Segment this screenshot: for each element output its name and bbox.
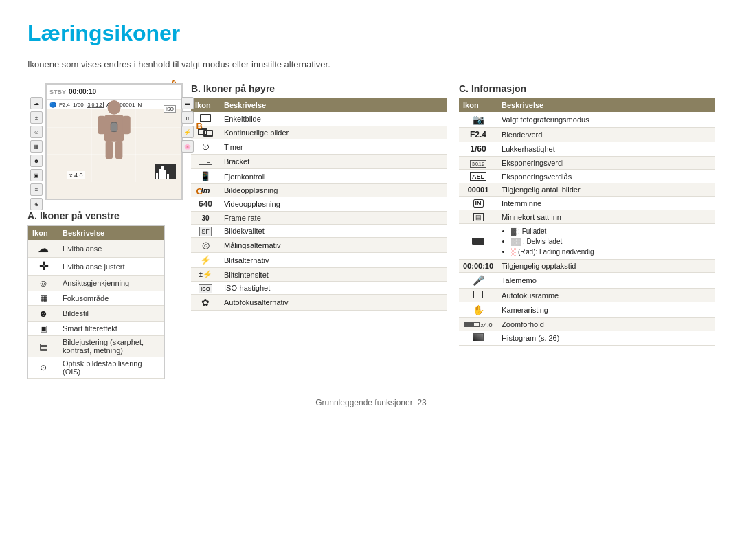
desc-cell: Blenderverdi [497,128,715,142]
timecode-display: 00:00:10 [69,88,96,96]
cam-icon-ois: ⊕ [30,198,43,210]
desc-cell: Talememo [497,273,715,289]
icon-cell [459,289,497,302]
col-desc-b: Beskrivelse [220,98,447,112]
cam-icon-r3: ⚡ [181,126,194,138]
table-row: 1/60 Lukkerhastighet [459,142,715,157]
icon-cell: AEL [459,170,497,183]
cam-n: N [137,102,142,108]
desc-cell: Målingsalternativ [220,238,447,253]
histogram-mini [155,164,176,179]
table-row: IN Internminne [459,197,715,210]
desc-cell: Lukkerhastighet [497,142,715,157]
table-row: ✿ Autofokusalternativ [191,295,447,311]
zoom-track [464,322,480,327]
desc-cell: Smart filtereffekt [58,322,164,335]
icon-cell: ✋ [459,302,497,318]
mic-icon: 🎤 [473,275,484,286]
desc-cell: Bildekvalitet [220,225,447,238]
icon-cell: ☻ [28,306,58,321]
desc-cell: Hvitbalanse justert [58,260,164,273]
battery-full-icon-inline: ▓ [511,227,516,235]
table-row: Histogram (s. 26) [459,331,715,346]
zoom-bar-icon: x4.0 [464,322,493,328]
table-row: ▣ Smart filtereffekt [28,322,164,336]
icon-cell: ☺ [28,276,58,291]
icon-cell: 00001 [459,183,497,197]
cam-icon-r1: ▬ [181,97,194,109]
cam-left-icons: ☁ ± ☺ ▦ ☻ ▣ ≡ ⊕ [30,97,43,210]
table-row: ☁ Hvitbalanse [28,240,164,258]
plus-icon: ✛ [39,260,48,273]
desc-cell: Fjernkontroll [220,169,447,184]
person-silhouette [90,100,138,165]
icon-cell: 00:00:10 [459,260,497,273]
cam-icon-style: ☻ [30,155,43,167]
battery-full-icon [472,238,484,245]
bracket-br [207,159,210,163]
desc-cell: Tilgjengelig antall bilder [497,183,715,197]
cam-icon-filter: ▣ [30,169,43,181]
icon-cell [191,112,220,126]
battery-half-icon-inline: ▒▒ [511,238,521,245]
svg-rect-3 [122,116,130,135]
footer-page: 23 [417,398,426,407]
label-c: C [196,186,203,197]
ois-icon: ⊙ [40,363,47,372]
flash-icon: ⚡ [200,255,211,265]
desc-cell: Blitsalternativ [220,253,447,268]
table-row: ✋ Kameraristing [459,302,715,318]
icon-cell: ◎ [191,238,220,253]
icon-cell: x4.0 [459,318,497,331]
label-b: B [196,121,203,131]
col-icon-c: Ikon [459,98,497,112]
icon-cell: 3.0.1.2 [459,157,497,170]
smile-icon: ☻ [38,308,49,319]
aperture-icon: F2.4 [470,130,486,139]
icon-cell: ⊙ [28,361,58,374]
cam-icon-adj: ≡ [30,183,43,196]
table-row: ⊙ Optisk bildestabilisering (OIS) [28,357,164,379]
desc-cell: Eksponeringsverdiås [497,170,715,183]
desc-cell: Zoomforhold [497,318,715,331]
desc-cell: Videooppløsning [220,197,447,212]
icon-cell: ISO [191,282,220,295]
table-row: ▓ : Fulladet ▒▒ : Delvis ladet ░ (Rød): … [459,224,715,260]
icon-cell: 30 [191,212,220,225]
icon-cell [191,126,220,139]
page: Læringsikoner Ikonene som vises endres i… [0,0,742,421]
cloud-icon: ☁ [38,242,49,255]
icon-cell [459,331,497,346]
columns-right: B. Ikoner på høyre Ikon Beskrivelse Enke… [191,83,715,346]
table-row: ▤ Minnekort satt inn [459,210,715,224]
table-row: 📷 Valgt fotograferingsmodus [459,112,715,128]
desc-cell: Internminne [497,197,715,210]
zoom-indicator: x 4.0 [67,171,85,179]
section-a-header: Ikon Beskrivelse [28,226,164,240]
icon-cell: ✿ [191,295,220,311]
desc-cell: Hvitbalanse [58,243,164,255]
histogram-icon [473,333,484,341]
ev-scale-icon: 3.0.1.2 [470,160,486,168]
rect2 [203,130,213,137]
subtitle: Ikonene som vises endres i henhold til v… [27,59,715,69]
desc-cell: Tilgjengelig opptakstid [497,260,715,273]
flash-intensity-icon: ±⚡ [199,270,212,278]
battery-full-label: ▓ : Fulladet [511,226,710,236]
icon-cell: ▣ [28,322,58,335]
desc-cell: Bracket [220,155,447,169]
desc-cell: Blitsintensitet [220,268,447,282]
cam-aperture: F2.4 [59,102,70,108]
stby-label: STBY [49,89,66,96]
desc-cell: ISO-hastighet [220,282,447,295]
battery-red-icon-inline: ░ [511,248,516,256]
table-row: Autofokusramme [459,289,715,302]
svg-rect-4 [106,141,113,159]
table-row: 3.0.1.2 Eksponeringsverdi [459,157,715,170]
page-title: Læringsikoner [27,21,715,52]
desc-cell: ▓ : Fulladet ▒▒ : Delvis ladet ░ (Rød): … [497,224,715,260]
camera-top-bar: STBY 00:00:10 [47,85,181,100]
desc-cell: Autofokusramme [497,289,715,302]
icon-cell: IN [459,197,497,210]
camera-mode-icon: 📷 [473,114,484,125]
